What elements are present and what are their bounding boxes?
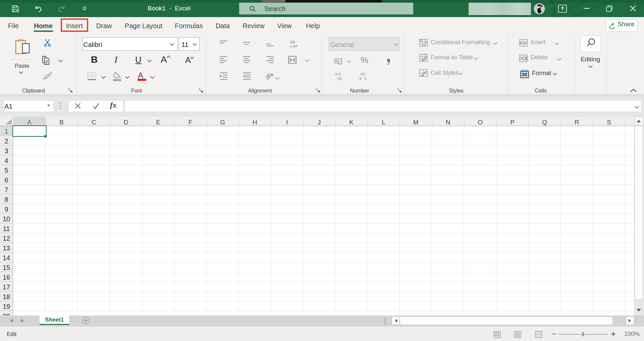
svg-text:c: c bbox=[290, 44, 292, 49]
svg-text:.00: .00 bbox=[336, 76, 342, 81]
svg-text:0: 0 bbox=[364, 76, 367, 81]
